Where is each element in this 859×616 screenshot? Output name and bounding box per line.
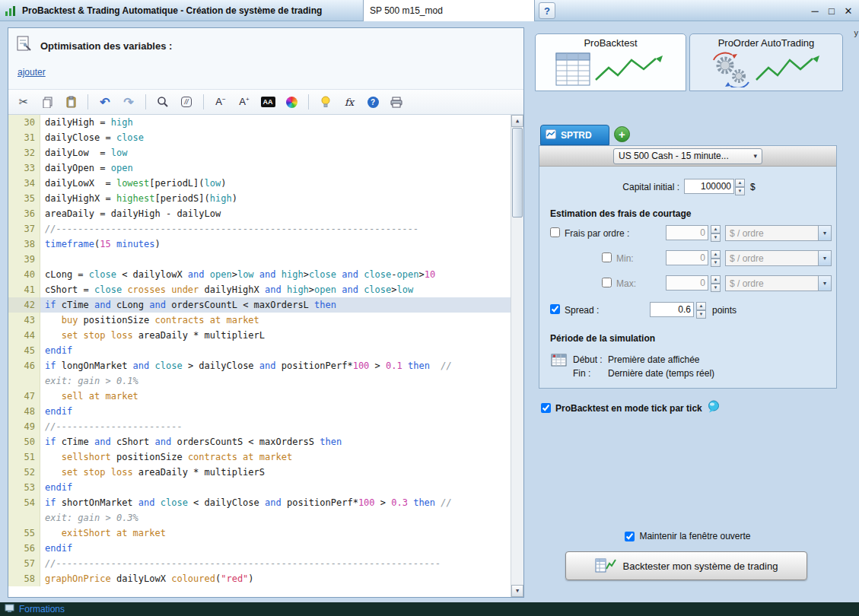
code-line[interactable]: 45endif [8, 343, 511, 358]
minimize-button[interactable]: ─ [808, 3, 822, 18]
formations-link[interactable]: Formations [19, 604, 65, 614]
code-line[interactable]: 36areaDaily = dailyHigh - dailyLow [8, 206, 511, 221]
simulation-header: Période de la simulation [550, 333, 655, 344]
code-line[interactable]: 43 buy positionSize contracts at market [8, 313, 511, 328]
code-line[interactable]: 57//------------------------------------… [8, 556, 511, 571]
code-line[interactable]: 30dailyHigh = high [8, 115, 511, 130]
code-line[interactable]: 38timeframe(15 minutes) [8, 237, 511, 252]
fee-spinner[interactable]: ▲▼ [711, 275, 721, 291]
code-line[interactable]: 31dailyClose = close [8, 130, 511, 145]
fee-spinner[interactable]: ▲▼ [711, 250, 721, 266]
cut-icon[interactable]: ✂ [15, 94, 32, 110]
strategy-tab-sptrd[interactable]: SPTRD [540, 125, 609, 145]
redo-icon[interactable]: ↷ [120, 94, 137, 110]
add-strategy-button[interactable]: + [614, 126, 630, 142]
fee-unit-select[interactable]: $ / ordre▾ [725, 250, 832, 266]
editor-vscrollbar[interactable]: ▲ ▼ [511, 115, 523, 597]
code-line[interactable]: 37//------------------------------------… [8, 221, 511, 237]
spread-input[interactable] [650, 302, 694, 317]
help-icon[interactable]: ? [364, 94, 381, 110]
spread-spinner[interactable]: ▲▼ [696, 302, 706, 318]
spinner-up-icon[interactable]: ▲ [711, 275, 721, 284]
capital-spinner[interactable]: ▲▼ [735, 179, 745, 195]
fee-unit-select[interactable]: $ / ordre▾ [725, 275, 832, 291]
code-line[interactable]: 34dailyLowX = lowest[periodL](low) [8, 176, 511, 191]
spinner-up-icon[interactable]: ▲ [711, 250, 721, 259]
code-line[interactable]: 48endif [8, 404, 511, 419]
spinner-up-icon[interactable]: ▲ [696, 302, 706, 310]
code-line[interactable]: 44 set stop loss areaDaily * multiplierL [8, 328, 511, 343]
scroll-down-button[interactable]: ▼ [511, 585, 523, 597]
fee-checkbox[interactable] [602, 252, 612, 262]
keep-open-checkbox[interactable] [625, 532, 635, 541]
fee-amount-input[interactable] [666, 250, 708, 265]
fee-amount-input[interactable] [666, 275, 708, 291]
code-line[interactable]: exit: gain > 0.3% [8, 510, 511, 526]
optimization-title: Optimisation des variables : [40, 40, 172, 52]
code-line[interactable]: 39 [8, 252, 511, 267]
font-increase-icon[interactable]: A+ [236, 94, 253, 110]
spinner-down-icon[interactable]: ▼ [711, 284, 721, 292]
add-variable-link[interactable]: ajouter [17, 67, 46, 78]
tab-probacktest[interactable]: ProBacktest [535, 33, 686, 91]
tick-info-bubble-icon[interactable] [707, 400, 721, 416]
code-line[interactable]: 49//----------------------- [8, 419, 511, 434]
code-text: set stop loss areaDaily * multiplierL [40, 328, 265, 343]
spinner-down-icon[interactable]: ▼ [711, 233, 721, 242]
fee-checkbox[interactable] [602, 278, 612, 287]
code-line[interactable]: 35dailyHighX = highest[periodS](high) [8, 191, 511, 206]
paste-icon[interactable] [62, 94, 79, 110]
code-line[interactable]: exit: gain > 0.1% [8, 373, 511, 389]
code-line[interactable]: 54if shortOnMarket and close < dailyClos… [8, 495, 511, 510]
spinner-down-icon[interactable]: ▼ [711, 259, 721, 267]
code-line[interactable]: 41cShort = close crosses under dailyHigh… [8, 282, 511, 297]
hint-icon[interactable] [317, 94, 334, 110]
code-line[interactable]: 56endif [8, 541, 511, 556]
code-line[interactable]: 33dailyOpen = open [8, 160, 511, 176]
tick-mode-checkbox[interactable] [541, 403, 551, 413]
backtest-button[interactable]: Backtester mon système de trading [565, 551, 807, 580]
code-line[interactable]: 53endif [8, 480, 511, 495]
font-style-icon[interactable]: AA [259, 94, 276, 110]
code-area[interactable]: 30dailyHigh = high31dailyClose = close32… [8, 115, 511, 597]
spinner-down-icon[interactable]: ▼ [696, 310, 706, 319]
code-line[interactable]: 52 set stop loss areaDaily * multiplierS [8, 465, 511, 480]
spinner-up-icon[interactable]: ▲ [735, 179, 745, 187]
scroll-up-button[interactable]: ▲ [511, 115, 523, 127]
code-line[interactable]: 51 sellshort positionSize contracts at m… [8, 449, 511, 465]
fee-checkbox[interactable] [550, 227, 560, 237]
code-line[interactable]: 32dailyLow = low [8, 145, 511, 160]
code-line[interactable]: 58graphOnPrice dailyLowX coloured("red") [8, 571, 511, 586]
code-line[interactable]: 46if longOnMarket and close > dailyClose… [8, 358, 511, 373]
close-button[interactable]: ✕ [842, 3, 855, 18]
print-icon[interactable] [388, 94, 405, 110]
spinner-down-icon[interactable]: ▼ [735, 187, 745, 195]
search-icon[interactable] [154, 94, 171, 110]
instrument-select[interactable]: US 500 Cash - 15 minute... ▾ [613, 148, 762, 164]
undo-icon[interactable]: ↶ [97, 94, 113, 110]
code-line[interactable]: 40cLong = close < dailylowX and open>low… [8, 267, 511, 282]
maximize-button[interactable]: □ [825, 3, 838, 18]
code-text: timeframe(15 minutes) [40, 237, 161, 252]
code-editor[interactable]: 30dailyHigh = high31dailyClose = close32… [8, 115, 523, 597]
copy-icon[interactable] [39, 94, 56, 110]
comment-icon[interactable]: // [178, 94, 195, 110]
code-line[interactable]: 47 sell at market [8, 389, 511, 404]
fee-unit-select[interactable]: $ / ordre▾ [725, 225, 832, 241]
font-decrease-icon[interactable]: A− [212, 94, 229, 110]
code-line[interactable]: 55 exitShort at market [8, 526, 511, 541]
code-line[interactable]: 42if cTime and cLong and ordersCountL < … [8, 297, 511, 313]
spread-checkbox[interactable] [550, 304, 560, 314]
document-tab[interactable]: SP 500 m15_mod [363, 0, 535, 21]
help-button[interactable]: ? [539, 2, 555, 19]
code-line[interactable]: 50if cTime and cShort and ordersCountS <… [8, 434, 511, 449]
color-wheel-icon[interactable] [283, 94, 300, 110]
fee-amount-input[interactable] [666, 225, 708, 240]
fee-spinner[interactable]: ▲▼ [711, 225, 721, 241]
spinner-up-icon[interactable]: ▲ [711, 225, 721, 233]
capital-input[interactable] [684, 179, 734, 194]
scroll-thumb[interactable] [512, 128, 523, 218]
tab-proorder-autotrading[interactable]: ProOrder AutoTrading [689, 33, 843, 91]
code-text [40, 252, 45, 267]
function-icon[interactable]: fx [341, 94, 358, 110]
